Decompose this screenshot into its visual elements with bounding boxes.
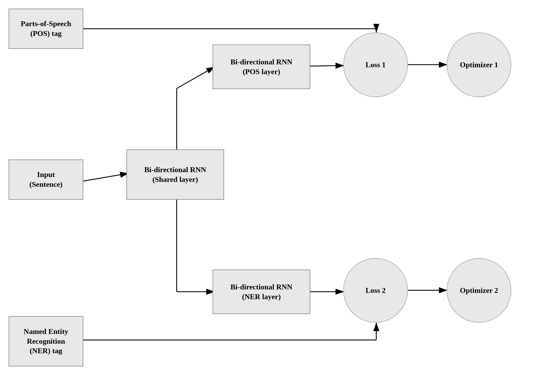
optimizer1-label: Optimizer 1 <box>460 60 498 70</box>
shared-rnn-label: Bi-directional RNN(Shared layer) <box>144 165 206 185</box>
optimizer2-label: Optimizer 2 <box>460 286 498 295</box>
loss2-label: Loss 2 <box>365 286 385 295</box>
pos-tag-label: Parts-of-Speech(POS) tag <box>21 19 71 39</box>
shared-rnn-box: Bi-directional RNN(Shared layer) <box>126 149 224 200</box>
optimizer2-circle: Optimizer 2 <box>447 258 511 323</box>
loss1-circle: Loss 1 <box>343 32 408 97</box>
ner-tag-label: Named EntityRecognition(NER) tag <box>24 327 68 356</box>
input-box: Input(Sentence) <box>9 160 83 200</box>
input-label: Input(Sentence) <box>29 170 63 189</box>
ner-rnn-box: Bi-directional RNN(NER layer) <box>213 270 310 314</box>
pos-rnn-label: Bi-directional RNN(POS layer) <box>230 57 292 77</box>
pos-rnn-box: Bi-directional RNN(POS layer) <box>213 45 310 89</box>
svg-line-2 <box>177 67 215 89</box>
diagram: Parts-of-Speech(POS) tag Input(Sentence)… <box>0 0 559 392</box>
pos-tag-box: Parts-of-Speech(POS) tag <box>9 9 83 49</box>
optimizer1-circle: Optimizer 1 <box>447 32 511 97</box>
ner-tag-box: Named EntityRecognition(NER) tag <box>9 316 83 366</box>
svg-line-5 <box>310 66 344 66</box>
ner-rnn-label: Bi-directional RNN(NER layer) <box>230 282 292 302</box>
svg-line-0 <box>83 173 129 181</box>
loss1-label: Loss 1 <box>365 60 385 70</box>
loss2-circle: Loss 2 <box>343 258 408 323</box>
